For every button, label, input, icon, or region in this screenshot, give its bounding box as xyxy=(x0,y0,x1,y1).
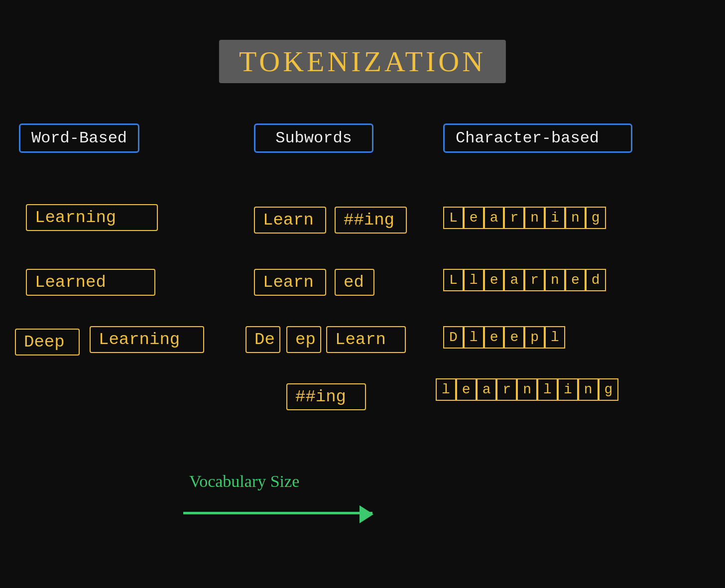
sw-hashing-ing1-box: ##ing xyxy=(335,207,407,234)
vocab-size-label: Vocabulary Size xyxy=(189,472,299,491)
cb-n3: n xyxy=(545,269,565,291)
sw-ep-text: ep xyxy=(295,330,316,349)
sw-hashing-ing1-text: ##ing xyxy=(344,211,394,230)
word-based-label: Word-Based xyxy=(31,129,127,147)
cb-i1: i xyxy=(545,207,565,229)
wb-learning-box: Learning xyxy=(26,204,158,231)
wb-deep-learning-box: Learning xyxy=(90,326,204,353)
cb-e6: e xyxy=(456,378,477,401)
wb-deep-box: Deep xyxy=(15,329,80,355)
vocab-arrow xyxy=(183,512,372,514)
wb-learned-text: Learned xyxy=(35,273,106,292)
cb-a2: a xyxy=(504,269,524,291)
cb-l6: l xyxy=(436,378,456,401)
sw-ed-box: ed xyxy=(335,269,374,296)
cb-g2: g xyxy=(599,378,619,401)
cb-learning-row: L e a r n i n g xyxy=(443,207,606,229)
word-based-header: Word-Based xyxy=(19,123,139,153)
cb-g1: g xyxy=(586,207,606,229)
cb-a3: a xyxy=(477,378,497,401)
cb-r3: r xyxy=(496,378,517,401)
cb-deep-row: D l e e p l xyxy=(443,326,565,349)
wb-learned-box: Learned xyxy=(26,269,155,296)
cb-l2: L xyxy=(443,269,464,291)
character-based-header: Character-based xyxy=(443,123,632,153)
cb-learning2-row: l e a r n l i n g xyxy=(436,378,618,401)
cb-e2: e xyxy=(484,269,504,291)
cb-n4: n xyxy=(517,378,537,401)
wb-deep-text: Deep xyxy=(24,333,65,352)
sw-learn3-text: Learn xyxy=(335,330,386,349)
sw-ed-text: ed xyxy=(344,273,364,292)
cb-e3: e xyxy=(565,269,586,291)
cb-a1: a xyxy=(484,207,504,229)
subwords-header: Subwords xyxy=(254,123,373,153)
arrow-line xyxy=(183,512,372,514)
cb-l3: l xyxy=(464,269,484,291)
cb-n5: n xyxy=(578,378,599,401)
sw-learn1-box: Learn xyxy=(254,207,326,234)
sw-de-box: De xyxy=(245,326,280,353)
cb-d1: d xyxy=(586,269,606,291)
character-based-label: Character-based xyxy=(456,129,599,147)
sw-learn2-text: Learn xyxy=(263,273,314,292)
wb-learning-text: Learning xyxy=(35,208,116,227)
wb-deep-learning-text: Learning xyxy=(99,330,180,349)
cb-n2: n xyxy=(565,207,586,229)
cb-learned-row: L l e a r n e d xyxy=(443,269,606,291)
sw-ep-box: ep xyxy=(286,326,321,353)
cb-l7: l xyxy=(537,378,558,401)
sw-learn3-box: Learn xyxy=(326,326,406,353)
cb-e5: e xyxy=(504,326,524,349)
cb-e4: e xyxy=(484,326,504,349)
subwords-label: Subwords xyxy=(275,129,352,147)
cb-r2: r xyxy=(524,269,545,291)
cb-n1: n xyxy=(524,207,545,229)
title-box: TOKENIZATION xyxy=(219,40,506,83)
cb-d2: D xyxy=(443,326,464,349)
cb-r1: r xyxy=(504,207,524,229)
cb-e1: e xyxy=(464,207,484,229)
cb-i2: i xyxy=(558,378,578,401)
sw-learn1-text: Learn xyxy=(263,211,314,230)
sw-de-text: De xyxy=(254,330,275,349)
cb-l1: L xyxy=(443,207,464,229)
sw-learn2-box: Learn xyxy=(254,269,326,296)
page-title: TOKENIZATION xyxy=(239,45,486,78)
main-canvas: TOKENIZATION Word-Based Subwords Charact… xyxy=(0,0,725,588)
sw-hashing-ing2-box: ##ing xyxy=(286,383,366,410)
cb-l4: l xyxy=(464,326,484,349)
cb-p1: p xyxy=(524,326,545,349)
sw-hashing-ing2-text: ##ing xyxy=(295,387,346,406)
cb-l5: l xyxy=(545,326,565,349)
